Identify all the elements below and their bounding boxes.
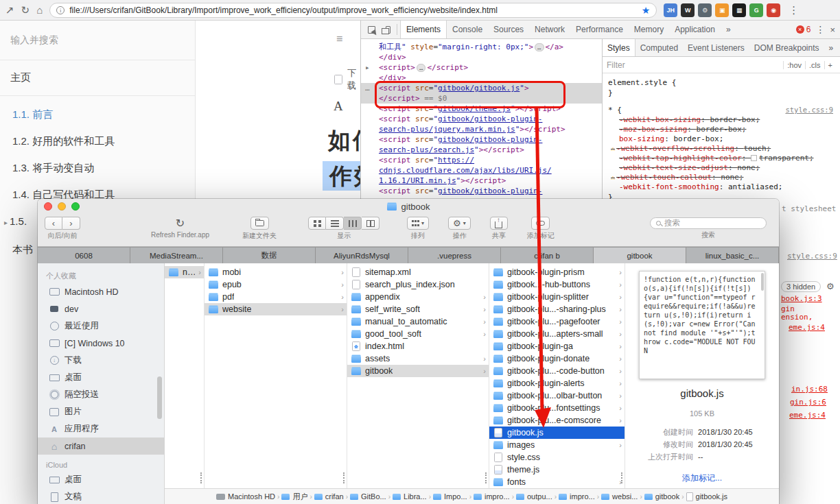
devtools-close-icon[interactable]: ×: [830, 25, 835, 35]
devtools-tab[interactable]: Application: [669, 21, 721, 38]
share-button[interactable]: [490, 217, 508, 230]
finder-item[interactable]: self_write_soft ›: [347, 303, 489, 315]
dom-tree-line[interactable]: cdnjs.cloudflare.com/ajax/libs/URI.js/: [361, 165, 602, 176]
path-item[interactable]: outpu...: [516, 492, 552, 501]
finder-tab[interactable]: crifan b: [501, 248, 594, 263]
devtools-tab[interactable]: Console: [447, 21, 488, 38]
coverflow-view-button[interactable]: [362, 217, 380, 230]
gear-icon[interactable]: ⚙: [826, 281, 835, 291]
finder-item[interactable]: index.html ›: [347, 340, 489, 352]
path-item[interactable]: impro...: [474, 492, 510, 501]
home-icon[interactable]: ⌂: [36, 5, 43, 15]
styles-tab[interactable]: DOM Breakpoints: [749, 43, 824, 53]
finder-sidebar-item[interactable]: Macintosh HD: [38, 283, 164, 300]
style-source-link[interactable]: style.css:9: [785, 105, 833, 115]
extension-icon[interactable]: W: [681, 3, 695, 17]
dom-tree-line[interactable]: </div>: [361, 52, 602, 62]
styles-tab[interactable]: Event Listeners: [683, 43, 749, 53]
column-resize-handle[interactable]: [200, 472, 202, 483]
finder-item[interactable]: assets ›: [347, 352, 489, 365]
finder-item[interactable]: manual_to_automatic ›: [347, 315, 489, 328]
styles-tab[interactable]: Computed: [635, 43, 683, 53]
download-button[interactable]: 下载: [334, 67, 360, 92]
finder-tab[interactable]: 数据: [223, 248, 316, 263]
css-property[interactable]: ⚠-webkit-font-smoothing: antialiased;: [608, 182, 835, 192]
devtools-tab[interactable]: Elements: [400, 21, 447, 38]
sidebar-scrollbar[interactable]: [157, 376, 162, 419]
console-error-link[interactable]: book.js:3: [781, 294, 822, 303]
rule-selector[interactable]: *: [608, 106, 613, 115]
column-resize-handle[interactable]: [485, 472, 487, 483]
dom-tree-line[interactable]: 1.16.1/URI.min.js"></script>: [361, 176, 602, 186]
page-info-icon[interactable]: i: [56, 6, 65, 14]
css-property[interactable]: ⚠-webkit-tap-highlight-color: transparen…: [608, 154, 835, 163]
finder-sidebar-item[interactable]: 下载: [38, 352, 164, 369]
finder-item[interactable]: theme.js ›: [489, 464, 625, 476]
console-error-link[interactable]: gin.js:6: [790, 398, 826, 407]
extension-icon[interactable]: ◉: [767, 3, 780, 17]
finder-item[interactable]: gitbook-plu...olbar-button ›: [489, 389, 625, 402]
extension-icon[interactable]: JH: [664, 3, 677, 17]
extension-icon[interactable]: G: [749, 3, 763, 17]
add-tags-link[interactable]: 添加标记...: [635, 472, 769, 484]
devtools-tab[interactable]: Sources: [488, 21, 529, 38]
finder-titlebar[interactable]: gitbook: [38, 199, 779, 214]
finder-tab[interactable]: MediaStream...: [130, 248, 223, 263]
finder-item[interactable]: style.css ›: [489, 451, 625, 464]
path-item[interactable]: 用户: [281, 492, 307, 502]
finder-item[interactable]: gitbook ›: [347, 365, 489, 377]
refresh-finder-button[interactable]: ↻: [176, 217, 185, 230]
hamburger-icon[interactable]: ≡: [336, 33, 342, 45]
column-resize-handle[interactable]: [621, 472, 622, 483]
finder-sidebar-item[interactable]: dev: [38, 300, 164, 317]
finder-item[interactable]: gitbook-plugin-alerts ›: [489, 377, 625, 389]
back-button[interactable]: ‹: [45, 217, 62, 230]
finder-item[interactable]: gitbook.js ›: [489, 427, 625, 439]
finder-item[interactable]: gitbook-plugin-ga ›: [489, 340, 625, 352]
css-property[interactable]: ⚠-moz-box-sizing: border-box;: [608, 125, 835, 134]
finder-sidebar-item[interactable]: [C] Windows 10: [38, 335, 164, 352]
finder-item[interactable]: appendix ›: [347, 291, 489, 303]
dom-tree-line[interactable]: </script> == $0: [361, 93, 602, 104]
dom-tree-line[interactable]: ▸<script>…</script>: [361, 62, 602, 73]
css-property[interactable]: ⚠-webkit-touch-callout: none;: [608, 173, 835, 182]
finder-item[interactable]: gitbook-plugin-splitter ›: [489, 291, 625, 303]
sidebar-item-home[interactable]: 主页: [0, 60, 195, 96]
styles-tab[interactable]: Styles: [603, 39, 635, 56]
path-item[interactable]: crifan: [314, 492, 344, 501]
finder-item[interactable]: fonts ›: [489, 476, 625, 488]
styles-tab[interactable]: »: [824, 43, 838, 53]
devtools-fragment[interactable]: style.css:9: [787, 252, 837, 261]
dom-tree-line[interactable]: <script src="gitbook/gitbook-plugin-: [361, 186, 602, 196]
dom-tree-line[interactable]: </div>: [361, 73, 602, 83]
extension-icon[interactable]: ▦: [732, 3, 746, 17]
styles-filter-input[interactable]: Filter: [607, 60, 783, 70]
finder-item[interactable]: gitbook-plu...-sharing-plus ›: [489, 303, 625, 315]
finder-item[interactable]: gitbook-plu...apters-small ›: [489, 328, 625, 340]
arrange-button[interactable]: ▾: [407, 217, 429, 230]
dom-tree-line[interactable]: search-plus/search.js"></script>: [361, 145, 602, 155]
css-property[interactable]: ⚠-webkit-text-size-adjust: none;: [608, 163, 835, 173]
pseudo-state-button[interactable]: :hov: [783, 61, 805, 69]
finder-sidebar-item[interactable]: 桌面: [38, 471, 164, 488]
inspect-element-icon[interactable]: [364, 21, 379, 38]
css-property[interactable]: ⚠box-sizing: border-box;: [608, 134, 835, 144]
finder-item[interactable]: good_tool_soft ›: [347, 328, 489, 340]
finder-sidebar-item[interactable]: 桌面: [38, 369, 164, 386]
console-error-badge[interactable]: × 6: [796, 25, 811, 34]
action-button[interactable]: ⚙▾: [448, 217, 471, 230]
column-resize-handle[interactable]: [343, 472, 345, 483]
minimize-window-button[interactable]: [58, 202, 66, 211]
class-toggle-button[interactable]: .cls: [805, 61, 824, 69]
finder-item[interactable]: gitbook-plu...-code-button ›: [489, 365, 625, 377]
inline-style-selector[interactable]: element.style: [608, 78, 667, 87]
path-item[interactable]: impro...: [559, 492, 595, 501]
finder-sidebar-item[interactable]: 最近使用: [38, 317, 164, 335]
finder-sidebar-item[interactable]: 图片: [38, 403, 164, 420]
path-item[interactable]: Macintosh HD: [216, 492, 275, 501]
zoom-window-button[interactable]: [71, 202, 80, 211]
forward-button[interactable]: ›: [62, 217, 80, 230]
finder-sidebar-item[interactable]: crifan: [38, 437, 164, 455]
sidebar-nav-item[interactable]: ▸1.2. 好用的软件和工具: [0, 128, 195, 155]
icon-view-button[interactable]: [308, 217, 326, 230]
